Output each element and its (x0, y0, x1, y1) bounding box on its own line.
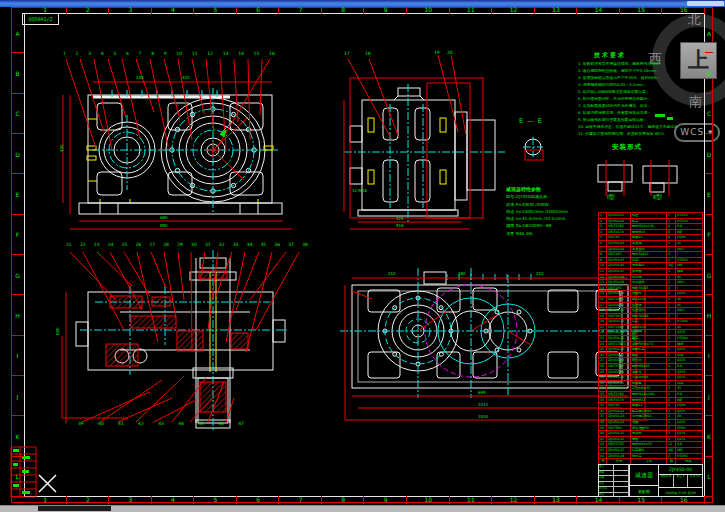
bom-no: 5 (599, 235, 607, 240)
bom-code: ZJY450-20 (607, 375, 631, 380)
balloon-number: 34 (247, 242, 253, 247)
bom-rows: 1 ZJY450-01 箱座 1 HT250 2 ZJY450-02 箱盖 1 … (599, 213, 702, 459)
bom-material: HT200 (676, 336, 700, 341)
install-type1-label: Ⅰ型 (607, 193, 615, 202)
bom-no: 27 (599, 358, 607, 363)
balloon-number: 45 (198, 421, 204, 426)
zone-letter: H (705, 295, 713, 335)
bom-name: 高速轴 (631, 241, 667, 246)
balloon-number: 24 (108, 242, 114, 247)
bom-material: 45 (676, 297, 700, 302)
bom-material: Q235 (676, 370, 700, 375)
zone-number: 7 (279, 6, 322, 14)
bom-name: 螺栓M12×100 (631, 392, 667, 397)
note-line: 4. 调整轴承轴向间隙为0.05～0.1mm； (578, 81, 678, 88)
bom-qty: 2 (667, 342, 676, 347)
bom-name: 轴承30215 (631, 286, 667, 291)
bom-code: ZJY450-01 (607, 213, 631, 218)
balloon-number: 38 (302, 242, 308, 247)
role-value (614, 482, 629, 487)
bom-name: 透盖 (631, 336, 667, 341)
zone-letter: L (705, 457, 713, 497)
install-title: 安装形式 (612, 143, 664, 152)
bom-code: GB/T93 (607, 235, 631, 240)
dimension-text: 425 (396, 217, 404, 222)
zone-letter: I (11, 336, 24, 376)
front-view-pointer (220, 122, 232, 137)
dimension-text: 680 (160, 216, 168, 221)
zone-number: 11 (450, 496, 493, 504)
zone-letter: L (11, 457, 24, 497)
bom-qty: 2 (667, 414, 676, 419)
bom-no: 25 (599, 347, 607, 352)
bom-material: 65Mn (676, 403, 700, 408)
bom-qty: 12 (667, 442, 676, 447)
section-label: E — E (519, 117, 559, 125)
scale-label: 比例 (690, 475, 695, 478)
note-line: 8. 箱体内壁涂耐油漆，外表面涂灰色油漆； (578, 109, 678, 116)
bom-no: 11 (599, 269, 607, 274)
bom-material: 8级 (676, 230, 700, 235)
bom-code: GB/T1096 (607, 325, 631, 330)
bom-no: 32 (599, 386, 607, 391)
bom-no: 20 (599, 319, 607, 324)
bom-material: Q235 (676, 347, 700, 352)
zone-numbers-bottom: 12345678910111213141516 (24, 496, 705, 504)
title-block-center: 减速器 装配图 (630, 465, 659, 496)
dimension-text: 1012 (478, 403, 488, 408)
balloon-row-section-top: 212223242526272829303132333435363738 (66, 242, 308, 247)
bom-no: 28 (599, 364, 607, 369)
balloon-number: 40 (98, 421, 104, 426)
layout-label-box[interactable]: QQ50A1/Z (22, 13, 59, 25)
zone-number: 16 (662, 496, 705, 504)
bom-no: 4 (599, 230, 607, 235)
bom-code: ZJY450-27 (607, 448, 631, 453)
zone-letter: K (11, 416, 24, 456)
bom-code: ZJY450-25 (607, 431, 631, 436)
front-view-bolt-ticks (112, 90, 217, 97)
zone-letter: B (11, 53, 24, 93)
bom-material: Q235 (676, 409, 700, 414)
bom-name: 螺栓M16×120 (631, 224, 667, 229)
bom-qty: 2 (667, 336, 676, 341)
zone-letters-right: ABCDEFGHIJKL (705, 13, 713, 497)
bom-code: ZJY450-07 (607, 269, 631, 274)
qty-cell: 数量 1 (674, 475, 689, 487)
bom-no: 31 (599, 381, 607, 386)
scale-cell: 比例 1:5 (688, 475, 702, 487)
bom-qty: 1 (667, 241, 676, 246)
sheet-value: 共1张 第1张 (678, 491, 696, 495)
wcs-dropdown-button[interactable]: WCS ▾ (674, 123, 720, 142)
bom-material: 8级 (676, 398, 700, 403)
balloon-number: 31 (205, 242, 211, 247)
bom-code: GB/T5782 (607, 392, 631, 397)
bom-qty: 1 (667, 297, 676, 302)
role-value (614, 465, 629, 470)
bom-no: 7 (599, 247, 607, 252)
bom-code: ZJY450-23 (607, 414, 631, 419)
bom-material: / (676, 252, 700, 257)
bom-no: 19 (599, 314, 607, 319)
bom-name: 甩油环 (631, 431, 667, 436)
bom-code: ZJY450-12 (607, 308, 631, 313)
plan-view-gear-circles (385, 298, 535, 364)
bom-code: GB/T6170 (607, 398, 631, 403)
bom-no: 44 (599, 454, 607, 459)
bom-code: ZJY450-05 (607, 258, 631, 263)
zone-number: 9 (365, 496, 408, 504)
bom-material: Q235 (676, 437, 700, 442)
bom-no: 9 (599, 258, 607, 263)
balloon-number: 4 (101, 51, 104, 56)
role-label: 批准 (599, 493, 614, 498)
bom-no: 3 (599, 224, 607, 229)
compass-south-label[interactable]: 南 (689, 95, 702, 108)
compass-north-label[interactable]: 北 (688, 13, 701, 26)
window-titlebar[interactable] (0, 0, 725, 7)
window-controls[interactable] (687, 1, 724, 6)
balloon-number: 46 (218, 421, 224, 426)
section-view-dimensions (62, 292, 128, 423)
parts-list-table: 1 ZJY450-01 箱座 1 HT250 2 ZJY450-02 箱盖 1 … (598, 212, 703, 464)
note-line: 9. 按试验规程进行空载及负载运转试验； (578, 116, 678, 123)
balloon-number: 18 (365, 51, 371, 56)
balloon-number: 10 (176, 51, 182, 56)
